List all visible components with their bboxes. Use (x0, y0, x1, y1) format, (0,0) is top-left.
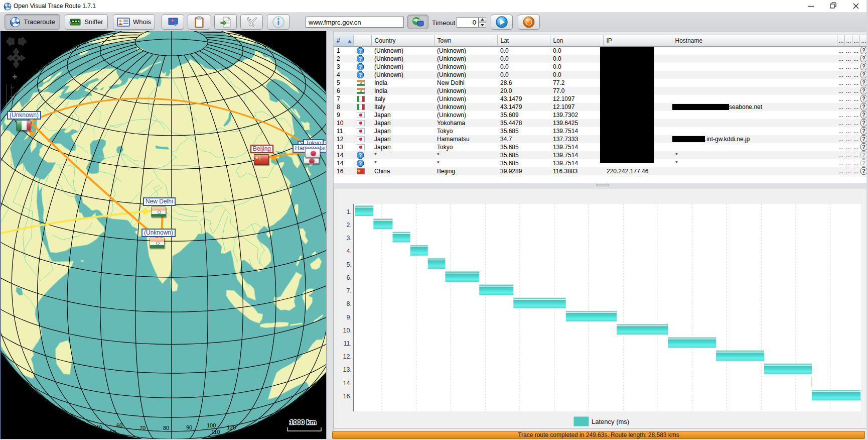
svg-text:8.: 8. (347, 300, 352, 307)
svg-text:7.: 7. (347, 287, 352, 294)
svg-text:?: ? (862, 55, 865, 61)
svg-text:5.: 5. (347, 261, 352, 268)
svg-text:80: 80 (163, 425, 169, 431)
svg-text:?: ? (862, 128, 865, 134)
svg-text:16.: 16. (343, 393, 352, 400)
svg-text:?: ? (862, 95, 865, 101)
svg-text:90: 90 (186, 424, 192, 430)
svg-text:4.: 4. (347, 248, 352, 255)
svg-text:110: 110 (211, 429, 220, 435)
svg-text:Latency (ms): Latency (ms) (592, 418, 629, 425)
svg-text:1000 km: 1000 km (290, 418, 316, 426)
svg-text:?: ? (862, 103, 865, 109)
svg-text:?: ? (862, 136, 865, 142)
svg-text:?: ? (862, 112, 865, 118)
svg-text:?: ? (359, 48, 362, 54)
svg-text:2.: 2. (347, 222, 352, 229)
svg-text:?: ? (359, 64, 362, 70)
svg-text:3.: 3. (347, 235, 352, 242)
svg-text:?: ? (862, 63, 865, 69)
svg-text:14.: 14. (343, 380, 352, 387)
svg-text:11.: 11. (344, 340, 352, 347)
svg-text:120: 120 (227, 424, 236, 430)
svg-text:?: ? (862, 71, 865, 77)
svg-text:?: ? (862, 47, 865, 53)
svg-text:?: ? (862, 144, 865, 150)
svg-text:?: ? (359, 72, 362, 78)
svg-text:50: 50 (110, 429, 116, 435)
svg-text:70: 70 (139, 425, 146, 431)
svg-text:?: ? (359, 56, 362, 62)
svg-text:60: 60 (116, 422, 122, 428)
svg-text:6.: 6. (347, 274, 352, 281)
svg-text:13.: 13. (343, 366, 352, 373)
svg-text:?: ? (862, 168, 865, 174)
svg-text:40: 40 (96, 424, 102, 430)
svg-text:?: ? (359, 161, 362, 166)
svg-text:?: ? (862, 79, 865, 85)
svg-text:10.: 10. (343, 327, 352, 334)
svg-text:9.: 9. (347, 314, 352, 321)
svg-text:100: 100 (207, 422, 216, 428)
svg-text:?: ? (862, 87, 865, 93)
svg-text:?: ? (359, 153, 362, 158)
svg-text:?: ? (862, 160, 865, 166)
svg-text:1.: 1. (347, 208, 352, 215)
svg-text:?: ? (862, 152, 865, 158)
svg-text:12.: 12. (343, 353, 352, 360)
svg-text:?: ? (862, 120, 865, 126)
